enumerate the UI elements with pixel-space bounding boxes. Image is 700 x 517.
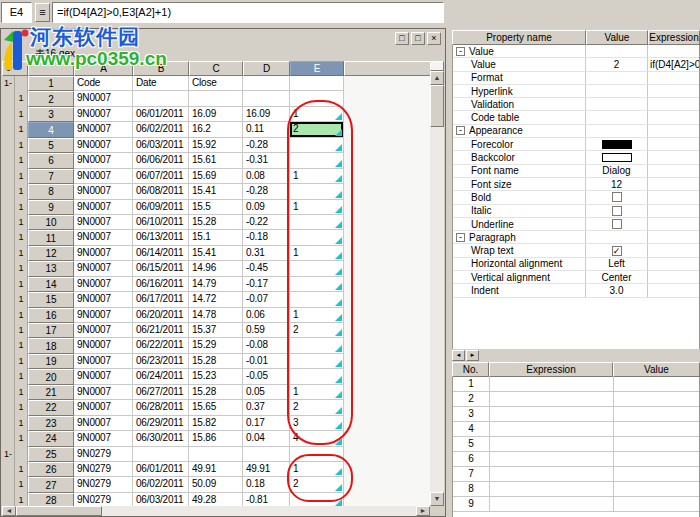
outline-collapse-cell[interactable]: 1-	[2, 76, 15, 91]
cell-C17[interactable]: 15.37	[189, 323, 243, 338]
cell-D15[interactable]: -0.07	[243, 292, 290, 307]
property-value-cell[interactable]	[586, 151, 648, 164]
cell-C3[interactable]: 16.09	[189, 107, 243, 122]
cell-E14[interactable]	[290, 277, 344, 292]
cell-D18[interactable]: -0.08	[243, 338, 290, 353]
cell-C8[interactable]: 15.41	[189, 184, 243, 199]
cell-C9[interactable]: 15.5	[189, 200, 243, 215]
horizontal-scroll-thumb[interactable]	[16, 506, 102, 516]
property-expression-cell[interactable]	[648, 191, 699, 204]
select-all-corner[interactable]	[28, 61, 74, 76]
cell-D25[interactable]	[243, 447, 290, 462]
expression-cell[interactable]	[490, 437, 614, 452]
row-header-22[interactable]: 22	[28, 400, 74, 415]
cell-A27[interactable]: 9N0279	[74, 477, 133, 492]
row-header-7[interactable]: 7	[28, 169, 74, 184]
cell-C23[interactable]: 15.82	[189, 416, 243, 431]
cell-E1[interactable]	[290, 76, 344, 91]
property-row-bold[interactable]: Bold	[453, 191, 699, 204]
cell-D16[interactable]: 0.06	[243, 308, 290, 323]
cell-A11[interactable]: 9N0007	[74, 230, 133, 245]
cell-E7[interactable]: 1	[290, 169, 344, 184]
cell-A3[interactable]: 9N0007	[74, 107, 133, 122]
property-row-underline[interactable]: Underline	[453, 218, 699, 231]
cell-C24[interactable]: 15.86	[189, 431, 243, 446]
cell-B2[interactable]	[133, 91, 189, 106]
property-value-cell[interactable]	[586, 72, 648, 85]
cell-D17[interactable]: 0.59	[243, 323, 290, 338]
cell-D24[interactable]: 0.04	[243, 431, 290, 446]
property-row-appearance[interactable]: -Appearance	[453, 125, 699, 138]
value-cell[interactable]	[614, 377, 699, 392]
property-row-font-size[interactable]: Font size12	[453, 178, 699, 191]
property-expression-cell[interactable]	[648, 244, 699, 257]
cell-A25[interactable]: 9N0279	[74, 447, 133, 462]
row-header-24[interactable]: 24	[28, 431, 74, 446]
row-header-8[interactable]: 8	[28, 184, 74, 199]
cell-A5[interactable]: 9N0007	[74, 138, 133, 153]
cell-E20[interactable]	[290, 369, 344, 384]
cell-A23[interactable]: 9N0007	[74, 416, 133, 431]
cell-B23[interactable]: 06/29/2011	[133, 416, 189, 431]
expression-cell[interactable]	[490, 422, 614, 437]
cell-C10[interactable]: 15.28	[189, 215, 243, 230]
cell-B26[interactable]: 06/01/2011	[133, 462, 189, 477]
expression-cell[interactable]	[490, 467, 614, 482]
cell-B16[interactable]: 06/20/2011	[133, 308, 189, 323]
cell-D3[interactable]: 16.09	[243, 107, 290, 122]
cell-D2[interactable]	[243, 91, 290, 106]
cell-C18[interactable]: 15.29	[189, 338, 243, 353]
cell-A12[interactable]: 9N0007	[74, 246, 133, 261]
cell-A19[interactable]: 9N0007	[74, 354, 133, 369]
cell-B3[interactable]: 06/01/2011	[133, 107, 189, 122]
property-row-horizontal-alignment[interactable]: Horizontal alignmentLeft	[453, 258, 699, 271]
selected-cell-E4[interactable]: 2	[290, 122, 344, 137]
cell-B18[interactable]: 06/22/2011	[133, 338, 189, 353]
cell-E21[interactable]: 1	[290, 385, 344, 400]
cell-B15[interactable]: 06/17/2011	[133, 292, 189, 307]
cell-B4[interactable]: 06/02/2011	[133, 122, 189, 137]
property-value-cell[interactable]: Left	[586, 258, 648, 271]
property-value-cell[interactable]	[586, 85, 648, 98]
property-expression-cell[interactable]	[648, 205, 699, 218]
cell-E3[interactable]: 1	[290, 107, 344, 122]
row-header-1[interactable]: 1	[28, 76, 74, 91]
cell-B27[interactable]: 06/02/2011	[133, 477, 189, 492]
tree-collapse-icon[interactable]: -	[456, 126, 465, 135]
cell-B25[interactable]	[133, 447, 189, 462]
cell-D4[interactable]: 0.11	[243, 122, 290, 137]
property-value-cell[interactable]	[586, 45, 648, 58]
cell-D26[interactable]: 49.91	[243, 462, 290, 477]
vertical-scroll-thumb[interactable]	[430, 85, 444, 127]
property-value-cell[interactable]	[586, 98, 648, 111]
cell-C6[interactable]: 15.61	[189, 153, 243, 168]
property-expression-cell[interactable]	[648, 165, 699, 178]
value-cell[interactable]	[614, 467, 699, 482]
property-expression-cell[interactable]	[648, 111, 699, 124]
row-header-18[interactable]: 18	[28, 338, 74, 353]
row-header-11[interactable]: 11	[28, 230, 74, 245]
column-header-E[interactable]: E	[290, 61, 344, 76]
property-row-format[interactable]: Format	[453, 72, 699, 85]
cell-B22[interactable]: 06/28/2011	[133, 400, 189, 415]
checkbox-unchecked-icon[interactable]	[612, 219, 622, 229]
cell-D6[interactable]: -0.31	[243, 153, 290, 168]
property-row-wrap-text[interactable]: Wrap text✓	[453, 244, 699, 257]
value-cell[interactable]	[614, 407, 699, 422]
cell-B17[interactable]: 06/21/2011	[133, 323, 189, 338]
column-header-C[interactable]: C	[189, 61, 243, 76]
expression-cell[interactable]	[490, 497, 614, 512]
cell-E11[interactable]	[290, 230, 344, 245]
value-cell[interactable]	[614, 497, 699, 512]
row-header-13[interactable]: 13	[28, 261, 74, 276]
cell-D19[interactable]: -0.01	[243, 354, 290, 369]
cell-E13[interactable]	[290, 261, 344, 276]
cell-A8[interactable]: 9N0007	[74, 184, 133, 199]
value-cell[interactable]	[614, 392, 699, 407]
property-value-cell[interactable]: Dialog	[586, 165, 648, 178]
cell-C16[interactable]: 14.78	[189, 308, 243, 323]
cell-A14[interactable]: 9N0007	[74, 277, 133, 292]
property-row-validation[interactable]: Validation	[453, 98, 699, 111]
cell-E10[interactable]	[290, 215, 344, 230]
cell-E16[interactable]: 1	[290, 308, 344, 323]
